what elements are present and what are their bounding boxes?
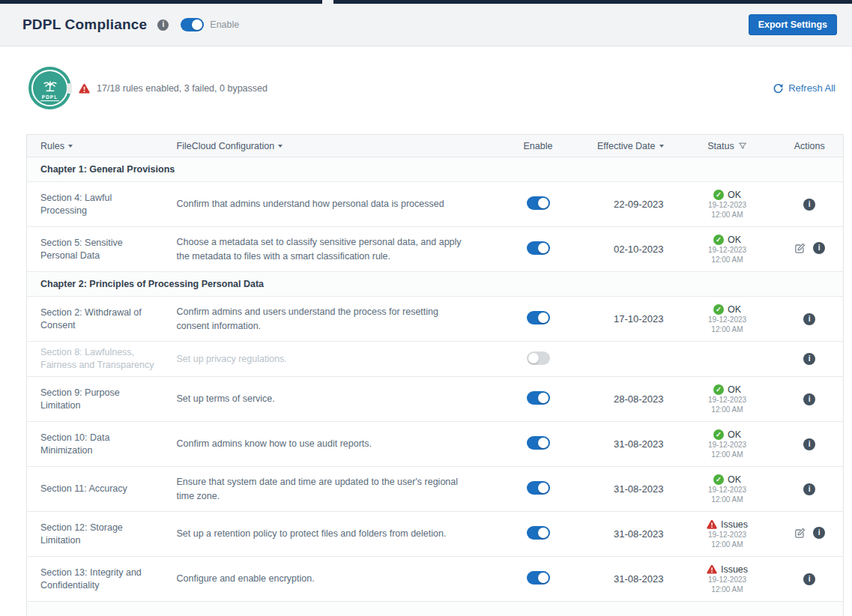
rule-description: Confirm admins know how to use audit rep… [177,438,372,449]
column-header[interactable]: FileCloud Configuration [177,135,499,157]
status-date: 19-12-2023 [679,440,776,450]
status-ok-icon: ✓ [713,429,724,440]
rule-info-button[interactable]: i [813,242,825,254]
status-cell: ✓ OK 19-12-2023 12:00 AM [679,467,776,512]
edit-rule-button[interactable] [794,527,806,540]
rule-info-button[interactable]: i [803,483,815,495]
status-time: 12:00 AM [679,210,776,220]
status-cell: ✓ OK 19-12-2023 12:00 AM [679,377,776,422]
rule-enable-toggle[interactable] [527,241,550,255]
rule-info-button[interactable]: i [803,438,815,450]
rule-info-button[interactable]: i [803,353,815,365]
column-header[interactable]: Effective Date [578,135,679,157]
export-settings-button[interactable]: Export Settings [749,14,837,35]
rule-enable-toggle[interactable] [527,196,550,210]
info-icon: i [803,573,815,585]
sort-caret-icon[interactable] [659,145,664,148]
rule-enable-toggle[interactable] [527,351,550,365]
rule-description: Configure and enable encryption. [177,573,315,584]
status-time: 12:00 AM [679,324,776,334]
sort-caret-icon[interactable] [68,145,73,148]
title-info-icon[interactable]: i [157,19,169,31]
chapter-row [27,602,844,616]
status-cell [679,342,776,377]
toggle-knob [538,198,549,208]
toggle-knob [538,243,549,253]
edit-rule-button[interactable] [794,242,806,255]
rule-info-button[interactable]: i [803,199,815,211]
filter-icon[interactable] [738,142,747,151]
compliance-enable-toggle[interactable] [181,18,204,31]
rule-info-button[interactable]: i [803,313,815,325]
toggle-knob [538,393,549,403]
status-label: OK [728,235,741,245]
rule-description: Choose a metadata set to classify sensit… [177,237,462,262]
rule-enable-toggle[interactable] [527,571,550,585]
rule-row: Section 4: Lawful Processing Confirm tha… [27,182,844,227]
chapter-label: Chapter 2: Principles of Processing Pers… [40,279,264,289]
status-time: 12:00 AM [679,495,776,504]
rule-section-label: Section 8: Lawfulness, Fairness and Tran… [40,347,154,370]
page-header: PDPL Compliance i Enable Export Settings [0,4,852,46]
page-title: PDPL Compliance [22,16,147,33]
chapter-row: Chapter 2: Principles of Processing Pers… [27,272,844,297]
refresh-icon [773,82,784,94]
rule-effective-date: 31-08-2023 [614,438,664,450]
status-ok-icon: ✓ [713,235,724,245]
warning-triangle-icon [79,83,90,94]
rule-enable-toggle[interactable] [527,481,550,495]
status-time: 12:00 AM [679,540,776,549]
info-icon: i [803,438,815,450]
logo-label: PDPL [40,94,59,101]
toggle-knob [528,353,539,363]
info-icon: i [803,393,815,405]
status-label: OK [728,429,741,440]
column-label: Enable [524,141,553,151]
rule-enable-toggle[interactable] [527,391,550,405]
status-time: 12:00 AM [679,255,776,265]
sort-caret-icon[interactable] [278,145,283,148]
column-header[interactable]: Actions [776,135,844,157]
info-icon: i [813,527,825,539]
enable-label: Enable [210,19,239,30]
status-cell: Issues 19-12-2023 12:00 AM [679,512,776,557]
rule-description: Confirm admins and users understand the … [177,307,438,331]
info-icon: i [803,199,815,211]
rule-section-label: Section 13: Integrity and Confidentialit… [40,567,142,591]
rule-info-button[interactable]: i [803,573,815,585]
refresh-all-label: Refresh All [788,82,836,94]
rule-section-label: Section 5: Sensitive Personal Data [40,238,123,261]
status-ok-icon: ✓ [713,474,724,485]
rule-section-label: Section 11: Accuracy [40,483,127,494]
status-ok-icon: ✓ [713,190,724,200]
column-header[interactable]: Enable [499,135,578,157]
rule-enable-toggle[interactable] [527,436,550,450]
status-label: OK [728,474,741,485]
column-header[interactable]: Rules [27,135,177,157]
chapter-row: Chapter 1: General Provisions [27,157,844,182]
rule-enable-toggle[interactable] [527,311,550,324]
refresh-all-button[interactable]: Refresh All [773,82,836,94]
status-date: 19-12-2023 [679,575,776,585]
rule-description: Set up terms of service. [177,393,275,404]
column-label: Rules [40,141,64,151]
info-icon: i [803,483,815,495]
rule-row: Section 11: Accuracy Ensure that system … [27,467,844,512]
summary-row: PDPL 17/18 rules enabled, 3 failed, 0 by… [28,67,836,109]
rule-effective-date: 31-08-2023 [614,528,664,540]
column-header[interactable]: Status [679,135,776,157]
rule-enable-toggle[interactable] [527,526,550,540]
status-date: 19-12-2023 [679,530,776,540]
status-cell: Issues 19-12-2023 12:00 AM [679,557,776,602]
browser-top-strip [0,0,852,4]
status-cell: ✓ OK 19-12-2023 12:00 AM [679,227,776,272]
toggle-knob [538,573,549,583]
top-strip-notch [322,0,333,4]
edit-pencil-icon [794,527,806,540]
rule-description: Ensure that system date and time are upd… [177,477,459,501]
rule-info-button[interactable]: i [813,527,825,539]
status-date: 19-12-2023 [679,315,776,324]
rule-info-button[interactable]: i [803,393,815,405]
rule-effective-date: 28-08-2023 [614,393,664,405]
rule-row: Section 2: Withdrawal of Consent Confirm… [27,297,844,342]
